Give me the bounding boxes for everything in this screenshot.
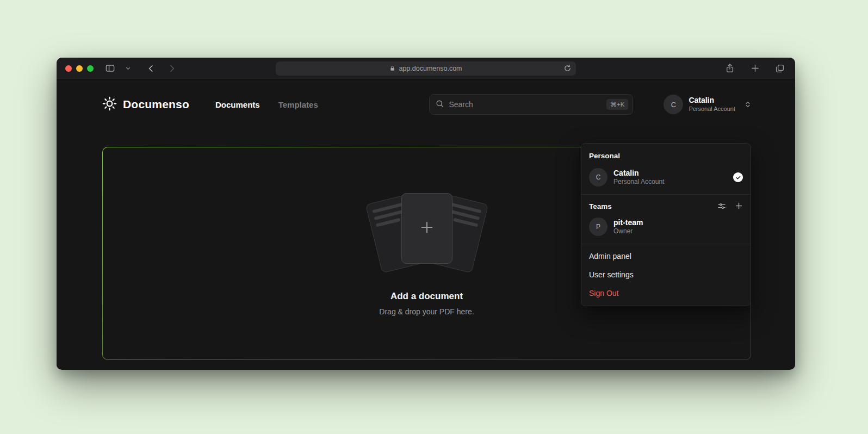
menu-divider (581, 194, 751, 195)
team-avatar: P (589, 218, 607, 236)
account-avatar: C (664, 95, 683, 114)
url-text: app.documenso.com (399, 65, 462, 72)
search-box[interactable]: ⌘+K (429, 94, 633, 115)
add-team-icon[interactable] (735, 202, 743, 210)
zoom-window-button[interactable] (87, 65, 94, 72)
tab-overview-icon[interactable] (773, 62, 786, 75)
search-input[interactable] (449, 100, 602, 109)
personal-section-label: Personal (581, 146, 751, 164)
share-icon[interactable] (723, 62, 736, 75)
team-role: Owner (613, 227, 643, 235)
documenso-logo-icon (102, 96, 117, 113)
documenso-page: Documenso Documents Templates ⌘+K C Cata… (57, 79, 795, 369)
menu-item-user-settings[interactable]: User settings (581, 265, 751, 284)
search-icon (435, 99, 444, 110)
search-shortcut-badge: ⌘+K (606, 99, 628, 110)
personal-account-subtitle: Personal Account (613, 178, 664, 186)
primary-nav: Documents Templates (215, 100, 318, 109)
browser-window: app.documenso.com (57, 58, 795, 370)
menu-divider (581, 244, 751, 244)
team-name: pit-team (613, 218, 643, 228)
brand-name: Documenso (123, 98, 189, 111)
lock-icon (389, 65, 395, 72)
traffic-lights (65, 65, 94, 72)
nav-templates[interactable]: Templates (278, 100, 318, 109)
manage-teams-icon[interactable] (717, 202, 726, 210)
sidebar-chevron-down-icon[interactable] (124, 62, 132, 75)
personal-account-item[interactable]: C Catalin Personal Account (581, 164, 751, 191)
personal-account-name: Catalin (613, 169, 664, 178)
teams-section-label: Teams (589, 202, 612, 210)
dropzone-title: Add a document (390, 291, 463, 302)
brand[interactable]: Documenso (102, 96, 189, 113)
forward-button[interactable] (165, 62, 178, 75)
close-window-button[interactable] (65, 65, 72, 72)
documents-illustration (364, 191, 489, 272)
chevron-up-down-icon (744, 100, 752, 109)
account-menu-button[interactable]: C Catalin Personal Account (664, 95, 752, 114)
minimize-window-button[interactable] (76, 65, 83, 72)
menu-item-admin-panel[interactable]: Admin panel (581, 247, 751, 265)
personal-account-avatar: C (589, 168, 607, 187)
team-item[interactable]: P pit-team Owner (581, 214, 751, 241)
menu-item-sign-out[interactable]: Sign Out (581, 284, 751, 302)
plus-icon (419, 219, 435, 238)
account-dropdown-menu: Personal C Catalin Personal Account Team… (581, 143, 751, 306)
nav-documents[interactable]: Documents (215, 100, 260, 109)
selected-check-icon (733, 172, 743, 182)
reload-icon[interactable] (563, 64, 572, 72)
account-subtitle: Personal Account (689, 105, 735, 113)
sidebar-toggle-icon[interactable] (103, 62, 116, 75)
new-tab-icon[interactable] (748, 62, 761, 75)
back-button[interactable] (145, 62, 158, 75)
address-bar[interactable]: app.documenso.com (276, 61, 576, 76)
account-name: Catalin (689, 96, 735, 105)
dropzone-subtitle: Drag & drop your PDF here. (379, 307, 474, 316)
browser-titlebar: app.documenso.com (57, 58, 795, 79)
app-header: Documenso Documents Templates ⌘+K C Cata… (57, 79, 795, 129)
teams-section-header: Teams (581, 197, 751, 214)
document-card-front (401, 193, 452, 264)
